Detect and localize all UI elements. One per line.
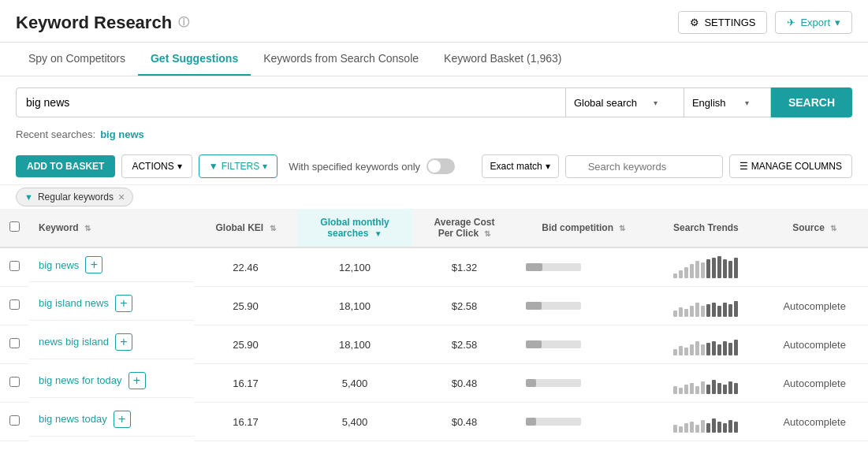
col-global-monthly[interactable]: Global monthlysearches ▼ <box>297 209 412 247</box>
select-all-checkbox[interactable] <box>9 221 20 232</box>
table-header: Keyword ⇅ Global KEI ⇅ Global monthlysea… <box>0 209 868 247</box>
row-source-cell <box>761 247 868 287</box>
keyword-link[interactable]: big news <box>39 259 79 271</box>
specified-keywords-toggle[interactable] <box>427 158 455 174</box>
tab-keyword-basket[interactable]: Keyword Basket (1,963) <box>431 43 574 76</box>
toggle-knob <box>428 160 441 173</box>
sort-arrow-keyword: ⇅ <box>84 224 91 232</box>
sort-arrow-bid: ⇅ <box>619 224 625 232</box>
filter-tag-remove[interactable]: × <box>118 191 125 203</box>
row-monthly-cell: 12,100 <box>297 247 412 287</box>
trend-bar <box>690 306 694 317</box>
row-avg-cost-cell: $0.48 <box>412 364 516 403</box>
row-checkbox[interactable] <box>9 377 20 387</box>
tab-spy-competitors[interactable]: Spy on Competitors <box>16 43 138 76</box>
col-bid-competition[interactable]: Bid competition ⇅ <box>516 209 650 247</box>
trend-bar <box>695 261 699 278</box>
add-keyword-button[interactable]: + <box>115 295 132 312</box>
row-checkbox-cell <box>0 287 29 325</box>
row-checkbox[interactable] <box>9 299 20 310</box>
trend-bar <box>701 306 705 317</box>
trend-bar <box>701 420 705 433</box>
specified-keywords-label: With specified keywords only <box>289 161 420 173</box>
bid-fill <box>526 302 542 310</box>
keyword-link[interactable]: big island news <box>39 297 109 309</box>
search-type-select[interactable]: Global search Local search <box>574 97 654 109</box>
row-monthly-cell: 18,100 <box>297 325 412 364</box>
sort-arrow-monthly: ▼ <box>374 229 382 238</box>
add-keyword-button[interactable]: + <box>129 372 146 389</box>
search-input[interactable] <box>16 87 566 117</box>
search-keywords-input[interactable] <box>565 155 723 178</box>
trend-bar <box>728 261 732 278</box>
keywords-table-wrap: Keyword ⇅ Global KEI ⇅ Global monthlysea… <box>0 209 868 441</box>
add-to-basket-button[interactable]: ADD TO BASKET <box>16 155 115 177</box>
col-source[interactable]: Source ⇅ <box>761 209 868 247</box>
trend-bar <box>673 311 677 317</box>
trend-bar <box>728 381 732 394</box>
bid-bar <box>526 379 581 387</box>
language-select[interactable]: English French Spanish German <box>692 97 745 109</box>
add-keyword-button[interactable]: + <box>85 256 102 273</box>
row-keyword-cell: big news+ <box>29 248 194 282</box>
trend-bar <box>701 262 705 278</box>
row-kei-cell: 16.17 <box>194 364 297 403</box>
row-trend-cell <box>651 325 762 364</box>
col-global-kei[interactable]: Global KEI ⇅ <box>194 209 297 247</box>
trend-bar <box>684 423 688 433</box>
trend-bars <box>661 295 752 317</box>
row-checkbox[interactable] <box>9 261 20 271</box>
col-keyword-label: Keyword <box>39 222 79 233</box>
filters-label: FILTERS <box>222 161 259 172</box>
row-bid-cell <box>516 403 650 441</box>
row-monthly-cell: 5,400 <box>297 403 412 441</box>
trend-bar <box>695 386 699 394</box>
trend-bar <box>701 381 705 394</box>
tab-get-suggestions[interactable]: Get Suggestions <box>138 43 251 76</box>
filter-tag-icon: ▼ <box>24 192 33 202</box>
keyword-link[interactable]: news big island <box>39 336 109 348</box>
trend-bar <box>673 273 677 278</box>
row-checkbox[interactable] <box>9 415 20 426</box>
col-keyword[interactable]: Keyword ⇅ <box>29 209 194 247</box>
filters-button[interactable]: ▼ FILTERS ▾ <box>199 154 278 178</box>
toolbar: ADD TO BASKET ACTIONS ▾ ▼ FILTERS ▾ With… <box>0 148 868 185</box>
row-bid-cell <box>516 364 650 403</box>
chevron-down-icon: ▾ <box>263 161 267 172</box>
row-source-cell: Autocomplete <box>761 287 868 325</box>
row-bid-cell <box>516 247 650 287</box>
tab-search-console[interactable]: Keywords from Search Console <box>251 43 431 76</box>
row-keyword-cell: big news today+ <box>29 403 194 437</box>
keyword-link[interactable]: big news today <box>39 413 107 425</box>
trend-bar <box>706 259 710 278</box>
trend-bar <box>673 386 677 394</box>
add-keyword-button[interactable]: + <box>114 411 131 428</box>
row-checkbox[interactable] <box>9 338 20 348</box>
exact-match-button[interactable]: Exact match ▾ <box>482 154 559 178</box>
trend-bar <box>728 304 732 317</box>
trend-bar <box>690 422 694 433</box>
info-icon[interactable]: ⓘ <box>178 16 189 30</box>
row-keyword-cell: news big island+ <box>29 325 194 359</box>
trend-bar <box>679 307 683 317</box>
select-all-header[interactable] <box>0 209 29 247</box>
row-avg-cost-cell: $1.32 <box>412 247 516 287</box>
export-button[interactable]: ✈ Export ▾ <box>775 11 852 34</box>
settings-button[interactable]: ⚙ SETTINGS <box>678 11 767 34</box>
row-keyword-cell: big island news+ <box>29 287 194 321</box>
row-checkbox-cell <box>0 403 29 441</box>
search-button[interactable]: SEARCH <box>771 87 852 117</box>
bid-bar <box>526 418 581 426</box>
chevron-down-icon: ▾ <box>835 17 840 28</box>
trend-bar <box>734 301 738 317</box>
row-kei-cell: 22.46 <box>194 247 297 287</box>
actions-button[interactable]: ACTIONS ▾ <box>121 154 192 178</box>
add-keyword-button[interactable]: + <box>115 333 132 351</box>
exact-match-label: Exact match <box>490 161 542 172</box>
row-checkbox-cell <box>0 325 29 364</box>
recent-search-link[interactable]: big news <box>100 128 144 140</box>
row-avg-cost-cell: $2.58 <box>412 325 516 364</box>
manage-columns-button[interactable]: ☰ MANAGE COLUMNS <box>729 154 852 178</box>
col-avg-cost[interactable]: Average CostPer Click ⇅ <box>412 209 516 247</box>
keyword-link[interactable]: big news for today <box>39 374 122 386</box>
